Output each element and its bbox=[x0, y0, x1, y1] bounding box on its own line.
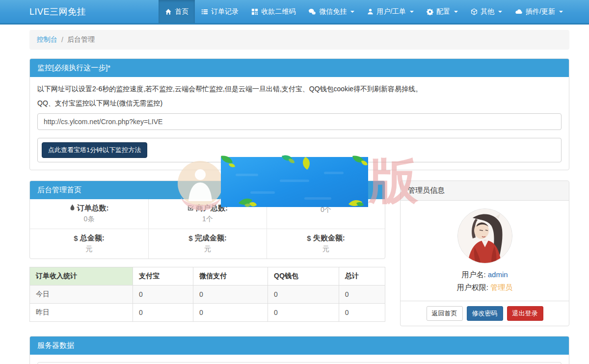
chevron-down-icon bbox=[454, 11, 458, 13]
qrcode-icon bbox=[251, 8, 258, 15]
stat-total-amount: $ 总金额: 元 bbox=[30, 229, 148, 259]
nav-item-home[interactable]: 首页 bbox=[159, 0, 195, 23]
baota-monitor-help-button[interactable]: 点此查看宝塔1分钟以下监控方法 bbox=[42, 142, 147, 158]
stat-value: 0个 bbox=[271, 206, 381, 214]
nav-item-label: 其他 bbox=[481, 7, 494, 16]
gear-icon bbox=[427, 8, 433, 15]
home-icon bbox=[165, 8, 172, 15]
income-header-alipay: 支付宝 bbox=[133, 267, 193, 286]
role-badge: 管理员 bbox=[490, 283, 512, 291]
income-table: 订单收入统计 支付宝 微信支付 QQ钱包 总计 今日 0 0 0 bbox=[29, 267, 385, 322]
server-panel-body: PHP 版本: 7.2.33 非线程安全 bbox=[30, 355, 569, 364]
server-panel-title: 服务器数据 bbox=[30, 337, 569, 355]
nav-item-orders[interactable]: 订单记录 bbox=[195, 0, 245, 23]
stat-value: 元 bbox=[153, 245, 263, 254]
chevron-down-icon bbox=[410, 11, 414, 13]
dashboard-column: 后台管理首页 订单总数: 0条 商户总数: bbox=[29, 181, 385, 322]
monitor-help-box: 点此查看宝塔1分钟以下监控方法 bbox=[37, 138, 562, 162]
stat-value: 0条 bbox=[34, 215, 144, 224]
cube-icon bbox=[471, 8, 478, 15]
admin-panel-footer: 返回首页 修改密码 退出登录 bbox=[401, 301, 569, 326]
admin-panel-title: 管理员信息 bbox=[401, 181, 569, 201]
monitor-panel-body: 以下网址可以设置2-6秒的监控速度,若不监控,云端会帮忙监控,但是云端一旦出错,… bbox=[30, 77, 569, 170]
nav-item-wechat[interactable]: 微信免挂 bbox=[302, 0, 361, 23]
table-row-today: 今日 0 0 0 0 bbox=[30, 286, 385, 304]
income-table-header-row: 订单收入统计 支付宝 微信支付 QQ钱包 总计 bbox=[30, 267, 385, 286]
stat-value: 1个 bbox=[153, 215, 263, 224]
cloud-icon bbox=[515, 9, 523, 15]
nav-item-label: 插件/更新 bbox=[526, 7, 555, 16]
user-icon bbox=[367, 8, 374, 15]
stat-total-merchants: 商户总数: 1个 bbox=[148, 199, 267, 229]
breadcrumb-separator: / bbox=[61, 36, 63, 44]
check-square-icon bbox=[187, 204, 194, 212]
nav-item-plugins-update[interactable]: 插件/更新 bbox=[509, 0, 569, 23]
chevron-down-icon bbox=[559, 11, 563, 13]
monitor-panel-title: 监控[必须执行这一步]* bbox=[30, 59, 569, 77]
dashboard-panel: 后台管理首页 订单总数: 0条 商户总数: bbox=[29, 181, 385, 259]
nav-item-other[interactable]: 其他 bbox=[464, 0, 509, 23]
income-header-total: 总计 bbox=[339, 267, 385, 286]
dollar-icon: $ bbox=[188, 234, 192, 242]
income-header-qqwallet: QQ钱包 bbox=[268, 267, 339, 286]
nav-item-label: 首页 bbox=[175, 7, 188, 16]
monitor-description-line1: 以下网址可以设置2-6秒的监控速度,若不监控,云端会帮忙监控,但是云端一旦出错,… bbox=[37, 84, 562, 94]
list-icon bbox=[201, 8, 208, 15]
navbar: LIVE三网免挂 首页 订单记录 收款二维码 微信免挂 用户/工单 bbox=[0, 0, 589, 25]
watermark-text: 版 bbox=[369, 156, 418, 205]
nav-item-label: 微信免挂 bbox=[319, 7, 347, 16]
wechat-icon bbox=[308, 8, 316, 15]
nav-item-label: 用户/工单 bbox=[376, 7, 406, 16]
nav-item-qrcode[interactable]: 收款二维码 bbox=[245, 0, 302, 23]
avatar bbox=[457, 208, 512, 263]
username-label: 用户名: bbox=[461, 270, 485, 279]
table-row-yesterday: 昨日 0 0 0 0 bbox=[30, 304, 385, 322]
page: LIVE三网免挂 首页 订单记录 收款二维码 微信免挂 用户/工单 bbox=[0, 0, 589, 364]
stat-completed-amount: $ 完成金额: 元 bbox=[148, 229, 267, 259]
nav-item-label: 配置 bbox=[436, 7, 450, 16]
role-label: 用户权限: bbox=[457, 283, 488, 291]
dollar-icon: $ bbox=[74, 234, 78, 242]
nav-item-label: 订单记录 bbox=[211, 7, 239, 16]
change-password-button[interactable]: 修改密码 bbox=[467, 306, 503, 321]
stat-total-orders: 订单总数: 0条 bbox=[30, 199, 148, 229]
nav-menu: 首页 订单记录 收款二维码 微信免挂 用户/工单 bbox=[159, 0, 569, 23]
stat-failed-amount: $ 失败金额: 元 bbox=[267, 229, 385, 259]
server-data-panel: 服务器数据 PHP 版本: 7.2.33 非线程安全 bbox=[29, 336, 569, 364]
monitor-url-input[interactable] bbox=[37, 113, 562, 130]
stats-grid: 订单总数: 0条 商户总数: 1个 bbox=[30, 199, 385, 259]
nav-item-label: 收款二维码 bbox=[261, 7, 295, 16]
logout-button[interactable]: 退出登录 bbox=[507, 306, 543, 321]
stat-value: 元 bbox=[34, 245, 144, 254]
nav-item-config[interactable]: 配置 bbox=[420, 0, 464, 23]
monitor-panel: 监控[必须执行这一步]* 以下网址可以设置2-6秒的监控速度,若不监控,云端会帮… bbox=[29, 58, 569, 170]
back-home-button[interactable]: 返回首页 bbox=[427, 306, 463, 321]
chevron-down-icon bbox=[498, 11, 502, 13]
brand-title: LIVE三网免挂 bbox=[0, 0, 86, 23]
income-header-title: 订单收入统计 bbox=[30, 267, 133, 286]
main-content: 控制台 / 后台管理 监控[必须执行这一步]* 以下网址可以设置2-6秒的监控速… bbox=[29, 30, 569, 364]
income-header-wechatpay: 微信支付 bbox=[193, 267, 268, 286]
breadcrumb: 控制台 / 后台管理 bbox=[29, 30, 569, 50]
breadcrumb-current: 后台管理 bbox=[67, 35, 95, 44]
droplet-icon bbox=[70, 204, 75, 212]
php-version-item: PHP 版本: 7.2.33 非线程安全 bbox=[37, 362, 562, 364]
username-row: 用户名: admin bbox=[408, 268, 562, 281]
chevron-down-icon bbox=[350, 11, 354, 13]
stat-hidden-by-overlay: 0个 bbox=[267, 199, 385, 229]
breadcrumb-console-link[interactable]: 控制台 bbox=[37, 35, 57, 44]
admin-info-panel: 管理员信息 bbox=[400, 181, 569, 326]
dashboard-panel-title: 后台管理首页 bbox=[30, 181, 385, 199]
role-row: 用户权限: 管理员 bbox=[408, 281, 562, 294]
username-link[interactable]: admin bbox=[488, 270, 508, 279]
monitor-description-line2: QQ、支付宝监控以下网址(微信无需监控) bbox=[37, 98, 562, 108]
admin-panel-body: 用户名: admin 用户权限: 管理员 bbox=[401, 201, 569, 301]
dollar-icon: $ bbox=[307, 234, 311, 242]
stat-value: 元 bbox=[271, 245, 381, 254]
nav-item-users-tickets[interactable]: 用户/工单 bbox=[361, 0, 420, 23]
